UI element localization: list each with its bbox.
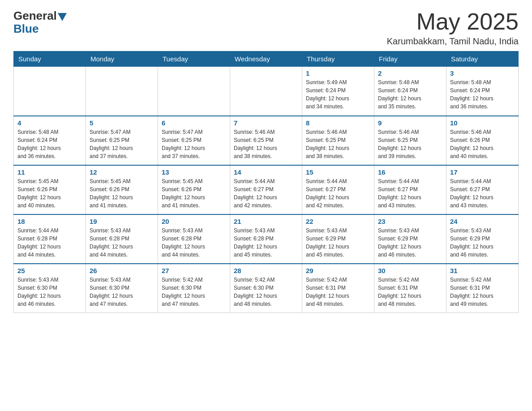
day-number: 21 [234, 218, 298, 225]
calendar-cell [86, 67, 158, 116]
day-info: Sunrise: 5:47 AMSunset: 6:25 PMDaylight:… [162, 128, 226, 160]
day-number: 6 [162, 119, 226, 127]
calendar-cell: 7Sunrise: 5:46 AMSunset: 6:25 PMDaylight… [230, 116, 302, 165]
day-info: Sunrise: 5:48 AMSunset: 6:24 PMDaylight:… [378, 78, 442, 111]
day-number: 25 [17, 267, 82, 274]
day-number: 12 [90, 168, 154, 176]
day-number: 7 [234, 119, 298, 127]
location-text: Karumbakkam, Tamil Nadu, India [387, 36, 519, 47]
day-info: Sunrise: 5:46 AMSunset: 6:25 PMDaylight:… [234, 128, 298, 160]
calendar-cell: 12Sunrise: 5:45 AMSunset: 6:26 PMDayligh… [86, 165, 158, 214]
day-number: 18 [17, 218, 82, 225]
calendar-cell: 4Sunrise: 5:48 AMSunset: 6:24 PMDaylight… [14, 116, 86, 165]
calendar-week-row: 25Sunrise: 5:43 AMSunset: 6:30 PMDayligh… [14, 264, 519, 313]
calendar-cell: 27Sunrise: 5:42 AMSunset: 6:30 PMDayligh… [158, 264, 230, 313]
title-block: May 2025 Karumbakkam, Tamil Nadu, India [387, 9, 519, 47]
day-number: 29 [306, 267, 370, 274]
day-info: Sunrise: 5:46 AMSunset: 6:25 PMDaylight:… [306, 128, 370, 160]
calendar-cell [230, 67, 302, 116]
weekday-header-wednesday: Wednesday [230, 51, 302, 67]
calendar-cell: 30Sunrise: 5:42 AMSunset: 6:31 PMDayligh… [374, 264, 446, 313]
calendar-cell: 19Sunrise: 5:43 AMSunset: 6:28 PMDayligh… [86, 214, 158, 264]
calendar-cell: 31Sunrise: 5:42 AMSunset: 6:31 PMDayligh… [446, 264, 519, 313]
day-info: Sunrise: 5:43 AMSunset: 6:28 PMDaylight:… [234, 227, 298, 259]
calendar-cell: 18Sunrise: 5:44 AMSunset: 6:28 PMDayligh… [14, 214, 86, 264]
calendar-cell: 24Sunrise: 5:43 AMSunset: 6:29 PMDayligh… [446, 214, 519, 264]
calendar-cell: 15Sunrise: 5:44 AMSunset: 6:27 PMDayligh… [302, 165, 374, 214]
logo: General Blue [13, 9, 67, 36]
day-info: Sunrise: 5:42 AMSunset: 6:31 PMDaylight:… [306, 276, 370, 308]
logo-blue-text: Blue [13, 22, 39, 36]
calendar-header-row: SundayMondayTuesdayWednesdayThursdayFrid… [14, 51, 519, 67]
month-title: May 2025 [387, 9, 519, 34]
day-info: Sunrise: 5:44 AMSunset: 6:27 PMDaylight:… [306, 177, 370, 210]
calendar-table: SundayMondayTuesdayWednesdayThursdayFrid… [13, 51, 519, 313]
calendar-cell [158, 67, 230, 116]
day-info: Sunrise: 5:45 AMSunset: 6:26 PMDaylight:… [162, 177, 226, 210]
logo-general-text: General [13, 9, 57, 23]
day-number: 5 [90, 119, 154, 127]
calendar-cell: 20Sunrise: 5:43 AMSunset: 6:28 PMDayligh… [158, 214, 230, 264]
calendar-cell: 16Sunrise: 5:44 AMSunset: 6:27 PMDayligh… [374, 165, 446, 214]
day-number: 13 [162, 168, 226, 176]
calendar-cell: 9Sunrise: 5:46 AMSunset: 6:25 PMDaylight… [374, 116, 446, 165]
day-info: Sunrise: 5:44 AMSunset: 6:27 PMDaylight:… [378, 177, 442, 210]
day-info: Sunrise: 5:42 AMSunset: 6:30 PMDaylight:… [162, 276, 226, 308]
day-info: Sunrise: 5:43 AMSunset: 6:30 PMDaylight:… [17, 276, 82, 308]
day-number: 1 [306, 69, 370, 77]
day-info: Sunrise: 5:43 AMSunset: 6:28 PMDaylight:… [90, 227, 154, 259]
calendar-cell: 11Sunrise: 5:45 AMSunset: 6:26 PMDayligh… [14, 165, 86, 214]
calendar-week-row: 11Sunrise: 5:45 AMSunset: 6:26 PMDayligh… [14, 165, 519, 214]
calendar-cell: 21Sunrise: 5:43 AMSunset: 6:28 PMDayligh… [230, 214, 302, 264]
day-number: 8 [306, 119, 370, 127]
weekday-header-monday: Monday [86, 51, 158, 67]
day-number: 10 [450, 119, 515, 127]
weekday-header-sunday: Sunday [14, 51, 86, 67]
calendar-cell: 6Sunrise: 5:47 AMSunset: 6:25 PMDaylight… [158, 116, 230, 165]
day-info: Sunrise: 5:42 AMSunset: 6:31 PMDaylight:… [450, 276, 515, 308]
day-info: Sunrise: 5:45 AMSunset: 6:26 PMDaylight:… [17, 177, 82, 210]
day-info: Sunrise: 5:44 AMSunset: 6:27 PMDaylight:… [450, 177, 515, 210]
calendar-cell: 10Sunrise: 5:46 AMSunset: 6:26 PMDayligh… [446, 116, 519, 165]
weekday-header-saturday: Saturday [446, 51, 519, 67]
calendar-cell: 28Sunrise: 5:42 AMSunset: 6:30 PMDayligh… [230, 264, 302, 313]
day-number: 22 [306, 218, 370, 225]
day-info: Sunrise: 5:43 AMSunset: 6:28 PMDaylight:… [162, 227, 226, 259]
calendar-week-row: 1Sunrise: 5:49 AMSunset: 6:24 PMDaylight… [14, 67, 519, 116]
day-number: 14 [234, 168, 298, 176]
day-number: 27 [162, 267, 226, 274]
day-info: Sunrise: 5:43 AMSunset: 6:29 PMDaylight:… [306, 227, 370, 259]
day-info: Sunrise: 5:49 AMSunset: 6:24 PMDaylight:… [306, 78, 370, 111]
weekday-header-friday: Friday [374, 51, 446, 67]
day-number: 26 [90, 267, 154, 274]
day-info: Sunrise: 5:42 AMSunset: 6:30 PMDaylight:… [234, 276, 298, 308]
calendar-cell: 8Sunrise: 5:46 AMSunset: 6:25 PMDaylight… [302, 116, 374, 165]
weekday-header-thursday: Thursday [302, 51, 374, 67]
day-info: Sunrise: 5:44 AMSunset: 6:27 PMDaylight:… [234, 177, 298, 210]
calendar-cell: 3Sunrise: 5:48 AMSunset: 6:24 PMDaylight… [446, 67, 519, 116]
day-number: 16 [378, 168, 442, 176]
calendar-week-row: 18Sunrise: 5:44 AMSunset: 6:28 PMDayligh… [14, 214, 519, 264]
calendar-cell: 17Sunrise: 5:44 AMSunset: 6:27 PMDayligh… [446, 165, 519, 214]
day-number: 20 [162, 218, 226, 225]
day-number: 11 [17, 168, 82, 176]
weekday-header-tuesday: Tuesday [158, 51, 230, 67]
day-info: Sunrise: 5:43 AMSunset: 6:29 PMDaylight:… [450, 227, 515, 259]
day-number: 17 [450, 168, 515, 176]
calendar-cell: 5Sunrise: 5:47 AMSunset: 6:25 PMDaylight… [86, 116, 158, 165]
day-number: 28 [234, 267, 298, 274]
calendar-cell: 29Sunrise: 5:42 AMSunset: 6:31 PMDayligh… [302, 264, 374, 313]
day-number: 15 [306, 168, 370, 176]
day-info: Sunrise: 5:43 AMSunset: 6:30 PMDaylight:… [90, 276, 154, 308]
day-number: 2 [378, 69, 442, 77]
day-info: Sunrise: 5:43 AMSunset: 6:29 PMDaylight:… [378, 227, 442, 259]
day-number: 24 [450, 218, 515, 225]
day-number: 3 [450, 69, 515, 77]
day-number: 31 [450, 267, 515, 274]
day-info: Sunrise: 5:44 AMSunset: 6:28 PMDaylight:… [17, 227, 82, 259]
day-info: Sunrise: 5:47 AMSunset: 6:25 PMDaylight:… [90, 128, 154, 160]
day-number: 4 [17, 119, 82, 127]
calendar-cell: 13Sunrise: 5:45 AMSunset: 6:26 PMDayligh… [158, 165, 230, 214]
day-info: Sunrise: 5:48 AMSunset: 6:24 PMDaylight:… [450, 78, 515, 111]
calendar-cell: 22Sunrise: 5:43 AMSunset: 6:29 PMDayligh… [302, 214, 374, 264]
